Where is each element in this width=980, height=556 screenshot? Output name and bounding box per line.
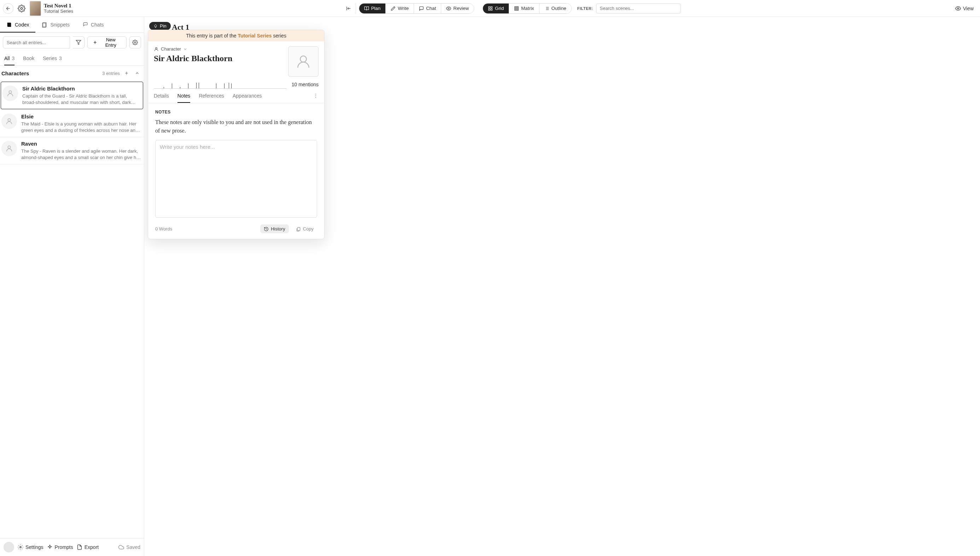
collapse-panel-button[interactable] [344, 4, 353, 13]
book-open-icon [364, 6, 369, 11]
top-header: Test Novel 1 Tutorial Series Plan Write … [0, 0, 980, 17]
new-entry-label: New Entry [100, 37, 121, 48]
avatar-placeholder [2, 86, 18, 101]
sparkle-icon [47, 544, 53, 550]
matrix-view-button[interactable]: Matrix [509, 3, 539, 13]
scope-tabs: All 3 Book Series 3 [0, 52, 144, 66]
entry-name: Raven [21, 141, 141, 147]
collapse-left-icon [346, 6, 351, 11]
more-vertical-icon [313, 93, 319, 99]
new-entry-button[interactable]: New Entry [87, 36, 126, 48]
entry-elsie[interactable]: Elsie The Maid - Elsie is a young woman … [0, 110, 144, 137]
panel-tab-appearances[interactable]: Appearances [233, 93, 262, 103]
panel-overflow-menu[interactable] [313, 93, 319, 103]
svg-point-15 [155, 47, 157, 49]
book-cover-thumbnail[interactable] [30, 1, 41, 16]
plan-mode-button[interactable]: Plan [359, 3, 386, 13]
avatar-placeholder [2, 141, 17, 156]
svg-rect-2 [488, 6, 490, 8]
write-mode-button[interactable]: Write [385, 3, 414, 13]
pin-button[interactable]: Pin [149, 22, 171, 30]
avatar-placeholder [2, 113, 17, 129]
clipboard-icon [296, 226, 301, 231]
scope-tab-book[interactable]: Book [23, 55, 34, 65]
export-button[interactable]: Export [77, 544, 99, 550]
scope-tab-all[interactable]: All 3 [4, 55, 15, 65]
review-mode-button[interactable]: Review [441, 3, 474, 13]
user-icon [5, 117, 13, 125]
entry-raven[interactable]: Raven The Spy - Raven is a slender and a… [0, 137, 144, 164]
svg-rect-4 [488, 9, 490, 10]
notes-textarea[interactable] [155, 140, 317, 218]
filter-icon [76, 40, 81, 45]
panel-tab-details[interactable]: Details [154, 93, 169, 103]
tab-chats-label: Chats [91, 22, 104, 27]
entry-type-selector[interactable]: Character [154, 46, 283, 52]
series-banner-prefix: This entry is part of the [186, 33, 238, 39]
copy-button[interactable]: Copy [293, 225, 317, 233]
back-button[interactable] [3, 3, 13, 14]
grid-view-button[interactable]: Grid [483, 3, 509, 13]
view-button[interactable]: View [952, 6, 977, 11]
svg-point-14 [20, 546, 21, 548]
mentions-row: 10 mentions [148, 77, 324, 89]
pin-label: Pin [160, 23, 167, 29]
plan-label: Plan [371, 6, 381, 11]
sidebar: Codex Snippets Chats New Entry [0, 17, 144, 556]
tab-snippets[interactable]: Snippets [36, 17, 76, 32]
sidebar-tabs: Codex Snippets Chats [0, 17, 144, 33]
filter-entries-button[interactable] [73, 36, 84, 48]
search-entries-input[interactable] [3, 36, 70, 48]
view-label: View [963, 6, 974, 11]
mentions-count: 10 mentions [292, 82, 319, 87]
svg-rect-20 [298, 227, 300, 231]
tab-notes-label: Notes [178, 93, 191, 99]
plus-icon [93, 40, 97, 45]
character-title[interactable]: Sir Aldric Blackthorn [154, 54, 283, 63]
panel-tab-notes[interactable]: Notes [178, 93, 191, 103]
scope-tab-series[interactable]: Series 3 [43, 55, 61, 65]
svg-point-12 [8, 119, 10, 121]
panel-tabs: Details Notes References Appearances [148, 89, 324, 103]
series-subtitle: Tutorial Series [44, 9, 73, 14]
user-icon [296, 54, 311, 69]
panel-tab-references[interactable]: References [199, 93, 224, 103]
add-character-button[interactable] [123, 69, 131, 77]
chevron-down-icon [183, 47, 188, 51]
svg-point-13 [8, 146, 10, 149]
tab-chats[interactable]: Chats [76, 17, 110, 32]
chat-mode-button[interactable]: Chat [414, 3, 441, 13]
collapse-category-button[interactable] [133, 69, 141, 77]
character-portrait[interactable] [288, 46, 319, 77]
entry-name: Elsie [21, 113, 141, 120]
plus-icon [124, 71, 129, 76]
search-scenes-input[interactable] [596, 3, 681, 13]
sidebar-settings-button[interactable] [129, 36, 141, 48]
entry-description: The Spy - Raven is a slender and agile w… [21, 148, 141, 160]
scope-all-label: All [4, 55, 10, 61]
svg-point-7 [957, 8, 959, 9]
novel-title: Test Novel 1 [44, 3, 73, 9]
mentions-sparkline[interactable] [154, 80, 287, 89]
scope-book-label: Book [23, 55, 34, 61]
prompts-label: Prompts [55, 544, 73, 550]
history-button[interactable]: History [260, 225, 288, 233]
settings-button[interactable]: Settings [18, 544, 44, 550]
tab-codex[interactable]: Codex [0, 17, 36, 32]
user-avatar[interactable] [3, 542, 14, 553]
outline-view-button[interactable]: Outline [539, 3, 571, 13]
word-count: 0 Words [155, 226, 172, 231]
copy-label: Copy [303, 226, 314, 231]
prompts-button[interactable]: Prompts [47, 544, 73, 550]
category-name: Characters [2, 70, 29, 76]
outline-icon [545, 6, 550, 11]
notes-section-label: NOTES [155, 110, 317, 115]
matrix-label: Matrix [521, 6, 534, 11]
user-icon [6, 89, 14, 97]
outline-label: Outline [551, 6, 566, 11]
matrix-icon [514, 6, 519, 11]
saved-indicator: Saved [118, 544, 140, 550]
settings-gear-button[interactable] [16, 3, 27, 14]
category-header-characters[interactable]: Characters 3 entries [0, 66, 144, 81]
entry-sir-aldric[interactable]: Sir Aldric Blackthorn Captain of the Gua… [1, 82, 143, 109]
